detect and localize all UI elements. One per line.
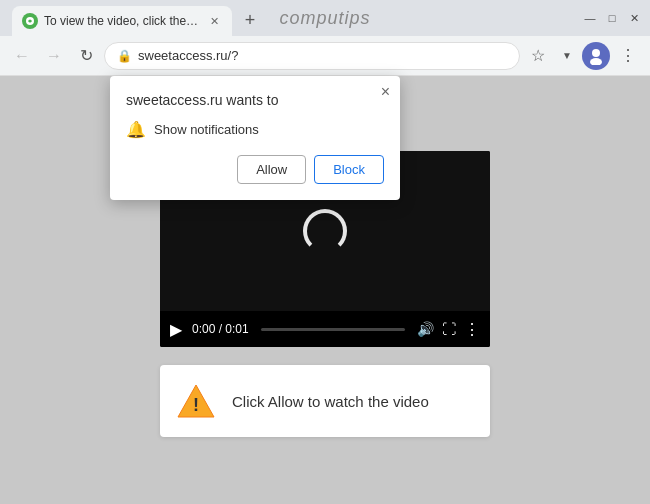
warning-icon: ! — [176, 381, 216, 421]
allow-button[interactable]: Allow — [237, 155, 306, 184]
back-button[interactable]: ← — [8, 42, 36, 70]
window-controls: — □ ✕ — [582, 10, 642, 26]
tab-favicon — [22, 13, 38, 29]
fullscreen-button[interactable]: ⛶ — [442, 321, 456, 337]
more-options-button[interactable]: ⋮ — [464, 320, 480, 339]
permission-row: 🔔 Show notifications — [126, 120, 384, 139]
popup-title: sweetaccess.ru wants to — [126, 92, 384, 108]
lock-icon: 🔒 — [117, 49, 132, 63]
popup-close-button[interactable]: × — [381, 84, 390, 100]
time-display: 0:00 / 0:01 — [192, 322, 249, 336]
close-button[interactable]: ✕ — [626, 10, 642, 26]
permission-label: Show notifications — [154, 122, 259, 137]
refresh-button[interactable]: ↻ — [72, 42, 100, 70]
volume-button[interactable]: 🔊 — [417, 321, 434, 337]
page-content: × sweetaccess.ru wants to 🔔 Show notific… — [0, 76, 650, 464]
profile-button[interactable] — [582, 42, 610, 70]
active-tab[interactable]: To view the video, click the Allow ✕ — [12, 6, 232, 36]
video-controls: ▶ 0:00 / 0:01 🔊 ⛶ ⋮ — [160, 311, 490, 347]
popup-buttons: Allow Block — [126, 155, 384, 184]
bookmark-button[interactable]: ☆ — [524, 42, 552, 70]
url-bar[interactable]: 🔒 sweetaccess.ru/? — [104, 42, 520, 70]
extension-area: ▼ — [556, 45, 578, 67]
loading-spinner — [303, 209, 347, 253]
svg-text:!: ! — [193, 395, 199, 415]
bell-icon: 🔔 — [126, 120, 146, 139]
brand-title: computips — [279, 8, 370, 29]
address-bar: ← → ↻ 🔒 sweetaccess.ru/? ☆ ▼ ⋮ — [0, 36, 650, 76]
block-button[interactable]: Block — [314, 155, 384, 184]
new-tab-button[interactable]: + — [236, 6, 264, 34]
notification-popup: × sweetaccess.ru wants to 🔔 Show notific… — [110, 76, 400, 200]
tab-title: To view the video, click the Allow — [44, 14, 200, 28]
extensions-button[interactable]: ▼ — [556, 45, 578, 67]
minimize-button[interactable]: — — [582, 10, 598, 26]
cta-text: Click Allow to watch the video — [232, 391, 429, 412]
forward-button[interactable]: → — [40, 42, 68, 70]
tab-close-button[interactable]: ✕ — [206, 13, 222, 29]
url-text: sweetaccess.ru/? — [138, 48, 507, 63]
cta-banner: ! Click Allow to watch the video — [160, 365, 490, 437]
title-bar: To view the video, click the Allow ✕ + c… — [0, 0, 650, 36]
chrome-menu-button[interactable]: ⋮ — [614, 42, 642, 70]
maximize-button[interactable]: □ — [604, 10, 620, 26]
play-button[interactable]: ▶ — [170, 320, 182, 339]
progress-bar[interactable] — [261, 328, 405, 331]
svg-point-1 — [592, 49, 600, 57]
svg-point-2 — [590, 58, 602, 65]
